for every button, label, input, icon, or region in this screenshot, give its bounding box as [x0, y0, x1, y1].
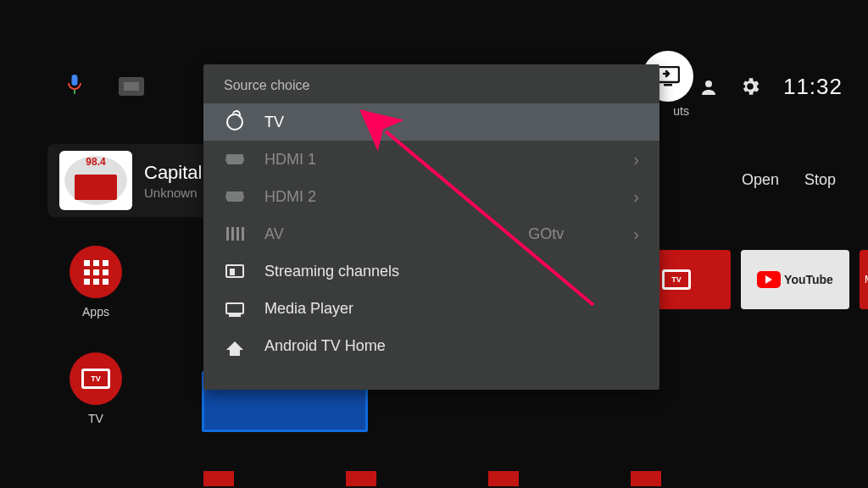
source-item-label: Streaming channels	[264, 263, 639, 280]
source-item-label: Media Player	[264, 300, 639, 318]
source-item-label: Android TV Home	[264, 337, 639, 355]
source-item-hdmi2[interactable]: HDMI 2 ›	[203, 178, 659, 215]
clock: 11:32	[783, 74, 843, 100]
media-player-icon	[224, 297, 246, 319]
tv-source-icon	[224, 111, 246, 133]
apps-icon	[70, 246, 122, 298]
dialog-title: Source choice	[203, 64, 659, 103]
tv-icon	[70, 352, 122, 405]
av-icon	[224, 223, 246, 245]
settings-icon[interactable]	[739, 75, 761, 97]
source-item-label: AV	[264, 225, 509, 243]
bottom-row-badges	[203, 471, 843, 488]
source-item-extra: GOtv	[528, 225, 564, 243]
app-actions: Open Stop	[742, 158, 836, 202]
source-item-tv[interactable]: TV	[203, 103, 659, 141]
app-subtitle: Unknown	[144, 186, 202, 200]
stop-button[interactable]: Stop	[804, 171, 836, 189]
chevron-right-icon: ›	[633, 225, 639, 244]
mic-icon[interactable]	[66, 74, 83, 99]
source-item-streaming[interactable]: Streaming channels	[203, 252, 659, 290]
svg-rect-4	[664, 84, 672, 86]
source-item-android-home[interactable]: Android TV Home	[203, 327, 659, 364]
youtube-icon	[757, 271, 781, 288]
source-item-label: HDMI 1	[264, 151, 615, 169]
nav-tv[interactable]: TV	[70, 352, 122, 425]
source-item-media-player[interactable]: Media Player	[203, 290, 659, 327]
hdmi-icon	[224, 186, 246, 208]
svg-point-2	[705, 80, 712, 87]
app-title: Capital	[144, 162, 202, 184]
home-icon	[224, 335, 246, 357]
source-item-label: TV	[264, 114, 639, 131]
source-item-av[interactable]: AV GOtv ›	[203, 215, 659, 252]
tile-cutoff[interactable]: Ma	[860, 250, 868, 309]
nav-column: Apps TV	[70, 246, 122, 425]
source-choice-dialog: Source choice TV HDMI 1 › HDMI 2 › AV GO…	[203, 64, 659, 390]
source-item-hdmi1[interactable]: HDMI 1 ›	[203, 141, 659, 178]
inputs-label: uts	[673, 104, 689, 118]
hdmi-icon	[224, 148, 246, 170]
profile-icon[interactable]	[698, 77, 717, 96]
tile-youtube[interactable]: YouTube	[741, 250, 849, 309]
stream-icon	[224, 260, 246, 282]
chevron-right-icon: ›	[633, 187, 639, 207]
app-logo: 98.4	[59, 151, 132, 210]
source-item-label: HDMI 2	[264, 188, 615, 206]
svg-rect-0	[72, 75, 78, 86]
svg-rect-1	[74, 90, 75, 94]
keyboard-icon[interactable]	[119, 77, 144, 96]
chevron-right-icon: ›	[633, 150, 639, 169]
open-button[interactable]: Open	[742, 171, 779, 189]
nav-apps[interactable]: Apps	[70, 246, 122, 319]
